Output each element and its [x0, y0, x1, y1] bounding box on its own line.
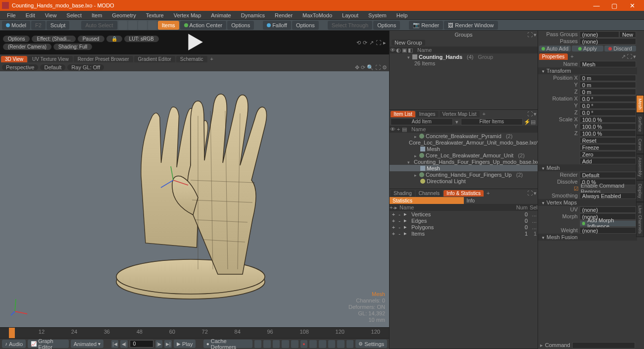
pos-z-input[interactable]: 0 m	[580, 89, 636, 95]
stats-max-icon[interactable]: ⛶	[527, 190, 533, 197]
item-row[interactable]: Counting_Hands_Four_Fingers_Up (2)	[390, 171, 538, 178]
menu-animate[interactable]: Animate	[207, 11, 235, 19]
vp-default[interactable]: Default	[40, 64, 65, 70]
settings-button[interactable]: ⚙ Settings	[355, 340, 387, 348]
uv-dropdown[interactable]: (none)	[580, 206, 636, 213]
side-tab-curve[interactable]: Curve	[636, 135, 644, 154]
goto-start-icon[interactable]: |◀	[111, 340, 119, 348]
tab-item-list[interactable]: Item List	[391, 111, 415, 117]
pv-icon-1[interactable]: ⟲	[356, 40, 361, 46]
minimize-button[interactable]: —	[590, 2, 603, 9]
zero-dropdown[interactable]: Zero	[580, 151, 636, 157]
new-group-button[interactable]: New Group	[392, 40, 425, 46]
pb-icon-2[interactable]	[263, 340, 271, 348]
cache-deformers-button[interactable]: ● Cache Deformers	[203, 340, 252, 348]
close-button[interactable]: ✕	[625, 2, 639, 9]
tab-gradient[interactable]: Gradient Editor	[134, 56, 175, 62]
side-tab-mesh[interactable]: Mesh	[636, 95, 644, 113]
stats-menu-icon[interactable]: ▾	[534, 190, 537, 197]
reset-dropdown[interactable]: Reset	[580, 137, 636, 144]
menu-system[interactable]: System	[364, 11, 391, 19]
pb-icon-6[interactable]	[309, 340, 317, 348]
timeline-cursor[interactable]	[9, 328, 15, 338]
pb-icon-8[interactable]	[328, 340, 336, 348]
menu-render[interactable]: Render	[271, 11, 297, 19]
pb-icon-7[interactable]	[319, 340, 326, 348]
item-row[interactable]: Core_Loc_Breakwater_Armour_Unit (2)	[390, 152, 538, 158]
scl-x-input[interactable]: 100.0 %	[580, 116, 636, 123]
menu-maxtomodo[interactable]: MaxToModo	[298, 11, 336, 19]
viewport[interactable]: Mesh Channels: 0 Deformers: ON GL: 14,39…	[0, 71, 389, 327]
menu-vertexmap[interactable]: Vertex Map	[170, 11, 205, 19]
preview-effect[interactable]: Effect: (Shadi...	[32, 36, 75, 42]
tab-properties[interactable]: Properties	[539, 53, 568, 60]
group-count[interactable]: 26 Items	[390, 60, 538, 66]
info-subtab[interactable]: Info	[464, 197, 538, 204]
preview-paused[interactable]: Paused	[78, 36, 104, 42]
frame-input[interactable]	[130, 340, 153, 348]
statistics-subtab[interactable]: Statistics	[390, 197, 464, 204]
tab-render-preset[interactable]: Render Preset Browser	[74, 56, 133, 62]
side-tab-surface[interactable]: Surface	[636, 113, 644, 135]
model-button[interactable]: Model	[2, 21, 30, 30]
filter-icon[interactable]: ⚡	[524, 119, 530, 125]
apply-button[interactable]: Apply	[572, 46, 603, 51]
play-icon[interactable]	[184, 32, 205, 53]
tab-schematic[interactable]: Schematic	[176, 56, 207, 62]
groups-max-icon[interactable]: ⛶	[527, 32, 533, 38]
tab-vertex-map-list[interactable]: Vertex Map List	[440, 111, 480, 117]
add-itemlist-tab[interactable]: +	[481, 111, 488, 117]
menu-select[interactable]: Select	[62, 11, 86, 19]
pb-icon-5[interactable]	[291, 340, 298, 348]
tab-info-stats[interactable]: Info & Statistics	[444, 190, 484, 197]
passgroups-dropdown[interactable]: (none)	[580, 31, 619, 38]
vp-icon-rotate[interactable]: ⟳	[361, 64, 365, 71]
step-back-icon[interactable]: ◀|	[120, 340, 128, 348]
preview-options[interactable]: Options	[3, 36, 30, 42]
check-icon[interactable]: ☑	[574, 186, 579, 192]
maximize-button[interactable]: ▢	[607, 2, 621, 9]
il-max-icon[interactable]: ⛶	[527, 111, 533, 117]
add-dropdown[interactable]: Add	[580, 158, 636, 164]
sel-icon-1[interactable]	[118, 21, 127, 30]
side-tab-assembly[interactable]: Assembly	[636, 154, 644, 180]
freeze-dropdown[interactable]: Freeze	[580, 144, 636, 150]
pb-icon-3[interactable]	[273, 340, 280, 348]
pv-icon-5[interactable]: ▸	[383, 40, 386, 46]
command-input[interactable]	[572, 342, 635, 349]
animated-dropdown[interactable]: Animated ▾	[71, 340, 103, 348]
preview-lut[interactable]: LUT: sRGB	[124, 36, 159, 42]
add-view-tab[interactable]: +	[208, 56, 215, 62]
rot-x-input[interactable]: 0.0 °	[580, 96, 636, 102]
add-morph-button[interactable]: Add Morph Influence	[580, 220, 636, 227]
stat-row[interactable]: +-▸Items11	[390, 230, 538, 237]
menu-geometry[interactable]: Geometry	[108, 11, 140, 19]
menu-item[interactable]: Item	[88, 11, 106, 19]
passes-dropdown[interactable]: (none)	[580, 38, 636, 45]
menu-layout[interactable]: Layout	[338, 11, 362, 19]
side-tab-display[interactable]: Display	[636, 180, 644, 202]
items-button[interactable]: Items	[158, 21, 179, 30]
item-row[interactable]: Counting_Hands_Four_Fingers_Up_modo_base…	[390, 158, 538, 165]
pb-icon-9[interactable]	[337, 340, 345, 348]
auto-select-button[interactable]: Auto Select	[81, 21, 117, 30]
weight-dropdown[interactable]: (none)	[580, 227, 636, 234]
menu-texture[interactable]: Texture	[142, 11, 168, 19]
tab-uvview[interactable]: UV Texture View	[28, 56, 73, 62]
render-window-button[interactable]: 🖼 Render Window	[444, 21, 497, 30]
vp-raygl[interactable]: Ray GL: Off	[67, 64, 104, 70]
scl-z-input[interactable]: 100.0 %	[580, 130, 636, 137]
vp-icon-gear[interactable]: ⚙	[382, 64, 387, 71]
item-row[interactable]: Directional Light	[390, 178, 538, 184]
pv-icon-3[interactable]: ↗	[369, 40, 374, 46]
pb-icon-1[interactable]	[254, 340, 262, 348]
vis-col-icon-2[interactable]: 👁	[390, 126, 396, 132]
cmd-expand-icon[interactable]: ▸	[540, 342, 543, 349]
auto-add-button[interactable]: Auto Add	[539, 46, 571, 51]
vp-icon-zoom[interactable]: 🔍	[367, 64, 374, 71]
prop-icon-1[interactable]: ↗	[621, 53, 626, 60]
add-stats-tab[interactable]: +	[485, 190, 492, 196]
menu-help[interactable]: Help	[393, 11, 412, 19]
item-row[interactable]: Mesh	[390, 146, 538, 152]
rot-z-input[interactable]: 0.0 °	[580, 109, 636, 116]
